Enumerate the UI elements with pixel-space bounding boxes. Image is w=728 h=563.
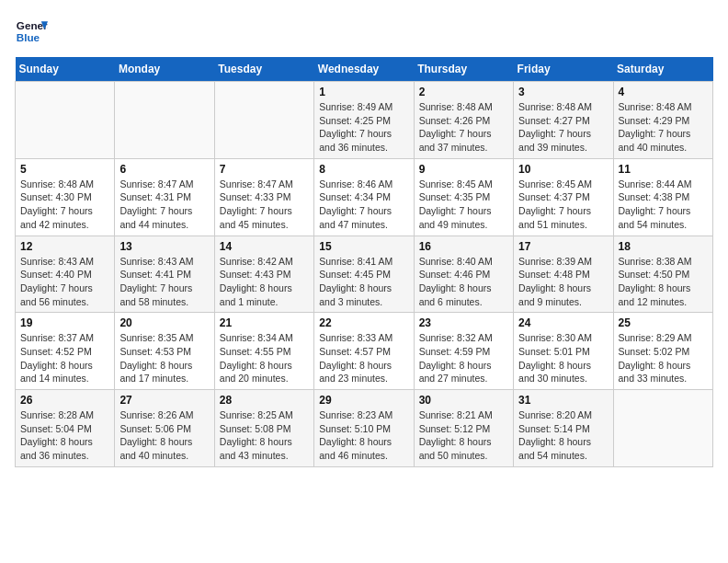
calendar-cell — [613, 390, 712, 467]
calendar-cell: 12Sunrise: 8:43 AMSunset: 4:40 PMDayligh… — [16, 236, 115, 313]
calendar-cell: 22Sunrise: 8:33 AMSunset: 4:57 PMDayligh… — [314, 313, 414, 390]
day-info: Sunrise: 8:32 AMSunset: 4:59 PMDaylight:… — [419, 331, 508, 385]
calendar-cell — [115, 82, 214, 159]
calendar-cell: 14Sunrise: 8:42 AMSunset: 4:43 PMDayligh… — [214, 236, 313, 313]
calendar-table: SundayMondayTuesdayWednesdayThursdayFrid… — [15, 57, 713, 467]
day-number: 3 — [518, 86, 608, 98]
calendar-week-row: 26Sunrise: 8:28 AMSunset: 5:04 PMDayligh… — [16, 390, 713, 467]
day-info: Sunrise: 8:49 AMSunset: 4:25 PMDaylight:… — [319, 100, 408, 155]
calendar-cell: 8Sunrise: 8:46 AMSunset: 4:34 PMDaylight… — [314, 158, 414, 236]
day-number: 28 — [220, 394, 309, 407]
header-tuesday: Tuesday — [214, 57, 313, 82]
calendar-cell: 6Sunrise: 8:47 AMSunset: 4:31 PMDaylight… — [115, 158, 214, 236]
calendar-cell: 18Sunrise: 8:38 AMSunset: 4:50 PMDayligh… — [613, 236, 712, 313]
header-monday: Monday — [115, 57, 214, 82]
header-sunday: Sunday — [16, 57, 115, 82]
day-info: Sunrise: 8:35 AMSunset: 4:53 PMDaylight:… — [119, 331, 209, 385]
day-number: 13 — [119, 240, 209, 253]
day-info: Sunrise: 8:20 AMSunset: 5:14 PMDaylight:… — [518, 408, 608, 463]
day-number: 24 — [518, 316, 608, 329]
calendar-week-row: 19Sunrise: 8:37 AMSunset: 4:52 PMDayligh… — [16, 313, 713, 390]
day-info: Sunrise: 8:48 AMSunset: 4:29 PMDaylight:… — [619, 100, 708, 155]
calendar-header-row: SundayMondayTuesdayWednesdayThursdayFrid… — [16, 57, 713, 82]
calendar-cell: 1Sunrise: 8:49 AMSunset: 4:25 PMDaylight… — [314, 82, 414, 159]
header-wednesday: Wednesday — [314, 57, 414, 82]
day-number: 23 — [419, 316, 508, 329]
day-number: 6 — [119, 163, 209, 176]
day-number: 4 — [619, 86, 708, 98]
calendar-cell: 13Sunrise: 8:43 AMSunset: 4:41 PMDayligh… — [115, 236, 214, 313]
day-info: Sunrise: 8:48 AMSunset: 4:27 PMDaylight:… — [518, 100, 608, 155]
day-number: 16 — [419, 240, 508, 253]
svg-text:Blue: Blue — [17, 31, 40, 43]
calendar-cell: 26Sunrise: 8:28 AMSunset: 5:04 PMDayligh… — [16, 390, 115, 467]
day-info: Sunrise: 8:23 AMSunset: 5:10 PMDaylight:… — [319, 408, 408, 463]
day-number: 12 — [20, 240, 109, 253]
calendar-cell: 25Sunrise: 8:29 AMSunset: 5:02 PMDayligh… — [613, 313, 712, 390]
day-number: 27 — [119, 394, 209, 407]
day-number: 9 — [419, 163, 508, 176]
calendar-cell: 11Sunrise: 8:44 AMSunset: 4:38 PMDayligh… — [613, 158, 712, 236]
day-info: Sunrise: 8:40 AMSunset: 4:46 PMDaylight:… — [419, 255, 508, 309]
day-info: Sunrise: 8:34 AMSunset: 4:55 PMDaylight:… — [220, 331, 309, 385]
calendar-cell: 3Sunrise: 8:48 AMSunset: 4:27 PMDaylight… — [514, 82, 613, 159]
day-info: Sunrise: 8:29 AMSunset: 5:02 PMDaylight:… — [619, 331, 708, 385]
day-number: 20 — [119, 316, 209, 329]
day-number: 15 — [319, 240, 408, 253]
calendar-cell: 23Sunrise: 8:32 AMSunset: 4:59 PMDayligh… — [414, 313, 513, 390]
day-number: 2 — [419, 86, 508, 98]
day-info: Sunrise: 8:21 AMSunset: 5:12 PMDaylight:… — [419, 408, 508, 463]
day-info: Sunrise: 8:42 AMSunset: 4:43 PMDaylight:… — [220, 255, 309, 309]
day-info: Sunrise: 8:26 AMSunset: 5:06 PMDaylight:… — [119, 408, 209, 463]
day-info: Sunrise: 8:46 AMSunset: 4:34 PMDaylight:… — [319, 178, 408, 232]
calendar-cell — [214, 82, 313, 159]
day-info: Sunrise: 8:43 AMSunset: 4:41 PMDaylight:… — [119, 255, 209, 309]
day-info: Sunrise: 8:43 AMSunset: 4:40 PMDaylight:… — [20, 255, 109, 309]
day-info: Sunrise: 8:28 AMSunset: 5:04 PMDaylight:… — [20, 408, 109, 463]
calendar-cell: 24Sunrise: 8:30 AMSunset: 5:01 PMDayligh… — [514, 313, 613, 390]
calendar-cell: 27Sunrise: 8:26 AMSunset: 5:06 PMDayligh… — [115, 390, 214, 467]
day-number: 10 — [518, 163, 608, 176]
day-info: Sunrise: 8:47 AMSunset: 4:31 PMDaylight:… — [119, 178, 209, 232]
day-info: Sunrise: 8:48 AMSunset: 4:26 PMDaylight:… — [419, 100, 508, 155]
day-info: Sunrise: 8:39 AMSunset: 4:48 PMDaylight:… — [518, 255, 608, 309]
day-number: 19 — [20, 316, 109, 329]
header-friday: Friday — [514, 57, 613, 82]
calendar-cell: 29Sunrise: 8:23 AMSunset: 5:10 PMDayligh… — [314, 390, 414, 467]
calendar-cell: 19Sunrise: 8:37 AMSunset: 4:52 PMDayligh… — [16, 313, 115, 390]
day-number: 7 — [220, 163, 309, 176]
calendar-cell: 20Sunrise: 8:35 AMSunset: 4:53 PMDayligh… — [115, 313, 214, 390]
day-info: Sunrise: 8:48 AMSunset: 4:30 PMDaylight:… — [20, 178, 109, 232]
day-number: 31 — [518, 394, 608, 407]
day-info: Sunrise: 8:38 AMSunset: 4:50 PMDaylight:… — [619, 255, 708, 309]
day-number: 18 — [619, 240, 708, 253]
logo-icon: General Blue — [15, 15, 48, 48]
calendar-cell: 10Sunrise: 8:45 AMSunset: 4:37 PMDayligh… — [514, 158, 613, 236]
calendar-cell: 2Sunrise: 8:48 AMSunset: 4:26 PMDaylight… — [414, 82, 513, 159]
day-number: 11 — [619, 163, 708, 176]
day-number: 8 — [319, 163, 408, 176]
calendar-cell: 31Sunrise: 8:20 AMSunset: 5:14 PMDayligh… — [514, 390, 613, 467]
day-number: 22 — [319, 316, 408, 329]
calendar-cell: 21Sunrise: 8:34 AMSunset: 4:55 PMDayligh… — [214, 313, 313, 390]
day-info: Sunrise: 8:47 AMSunset: 4:33 PMDaylight:… — [220, 178, 309, 232]
day-number: 29 — [319, 394, 408, 407]
day-info: Sunrise: 8:41 AMSunset: 4:45 PMDaylight:… — [319, 255, 408, 309]
day-info: Sunrise: 8:30 AMSunset: 5:01 PMDaylight:… — [518, 331, 608, 385]
day-info: Sunrise: 8:44 AMSunset: 4:38 PMDaylight:… — [619, 178, 708, 232]
calendar-cell: 28Sunrise: 8:25 AMSunset: 5:08 PMDayligh… — [214, 390, 313, 467]
calendar-cell: 16Sunrise: 8:40 AMSunset: 4:46 PMDayligh… — [414, 236, 513, 313]
calendar-week-row: 5Sunrise: 8:48 AMSunset: 4:30 PMDaylight… — [16, 158, 713, 236]
day-number: 30 — [419, 394, 508, 407]
header-thursday: Thursday — [414, 57, 513, 82]
day-number: 5 — [20, 163, 109, 176]
day-number: 21 — [220, 316, 309, 329]
calendar-cell: 7Sunrise: 8:47 AMSunset: 4:33 PMDaylight… — [214, 158, 313, 236]
day-number: 17 — [518, 240, 608, 253]
day-number: 26 — [20, 394, 109, 407]
page-header: General Blue — [15, 15, 713, 48]
day-info: Sunrise: 8:45 AMSunset: 4:37 PMDaylight:… — [518, 178, 608, 232]
calendar-cell: 4Sunrise: 8:48 AMSunset: 4:29 PMDaylight… — [613, 82, 712, 159]
calendar-cell: 30Sunrise: 8:21 AMSunset: 5:12 PMDayligh… — [414, 390, 513, 467]
calendar-week-row: 1Sunrise: 8:49 AMSunset: 4:25 PMDaylight… — [16, 82, 713, 159]
